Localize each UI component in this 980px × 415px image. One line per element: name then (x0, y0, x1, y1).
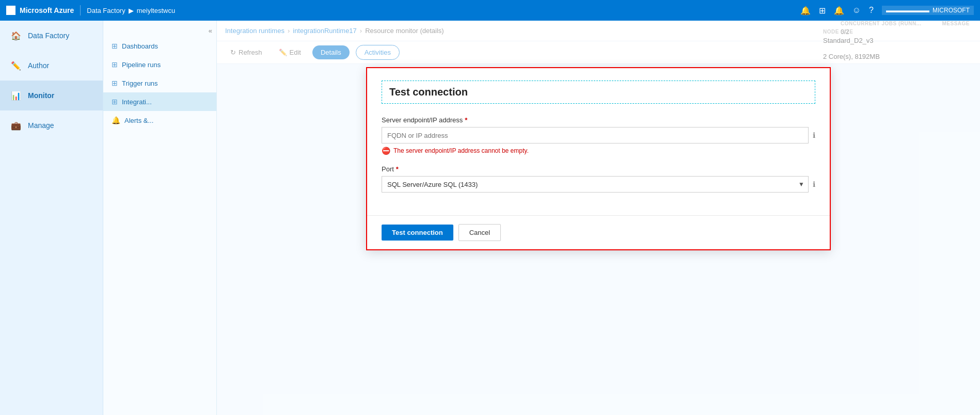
port-info-icon[interactable]: ℹ (813, 180, 815, 188)
port-select-wrapper: SQL Server/Azure SQL (1433) MySQL (3306)… (382, 176, 809, 193)
trigger-icon: ⊞ (112, 79, 118, 87)
dialog-body: Test connection Server endpoint/IP addre… (367, 68, 830, 215)
top-nav: Microsoft Azure Data Factory ▶ meiyltest… (0, 0, 980, 21)
app-breadcrumb: Data Factory ▶ meiyltestwcu (87, 7, 175, 14)
error-text: The server endpoint/IP address cannot be… (393, 147, 529, 154)
test-connection-btn-label: Test connection (392, 229, 443, 236)
sidebar-item-monitor[interactable]: 📊 Monitor (0, 81, 103, 110)
monitor-icon: 📊 (10, 90, 22, 101)
server-endpoint-label: Server endpoint/IP address * (382, 116, 815, 124)
server-endpoint-field-group: Server endpoint/IP address * ℹ ⛔ The ser… (382, 116, 815, 155)
pipeline-icon: ⊞ (112, 60, 118, 69)
azure-logo (6, 6, 15, 15)
dialog-footer: Test connection Cancel (367, 215, 830, 249)
smiley-icon[interactable]: ☺ (852, 6, 861, 15)
sidebar-label-author: Author (28, 61, 49, 70)
port-label: Port * (382, 165, 815, 173)
sec-label-integration: Integrati... (122, 98, 152, 106)
alerts-icon: 🔔 (112, 116, 120, 124)
port-field-group: Port * SQL Server/Azure SQL (1433) MySQL… (382, 165, 815, 193)
sec-label-trigger-runs: Trigger runs (122, 79, 158, 87)
alert-icon[interactable]: 🔔 (834, 6, 844, 15)
cancel-btn-label: Cancel (469, 229, 490, 236)
user-name: ▬▬▬▬▬▬▬ (886, 7, 929, 14)
server-endpoint-info-icon[interactable]: ℹ (813, 131, 815, 139)
server-endpoint-error: ⛔ The server endpoint/IP address cannot … (382, 147, 815, 155)
top-nav-right: 🔔 ⊞ 🔔 ☺ ? ▬▬▬▬▬▬▬ MICROSOFT (800, 6, 974, 15)
server-endpoint-required: * (465, 116, 467, 124)
instance-name: meiyltestwcu (137, 7, 175, 14)
server-endpoint-input[interactable] (382, 127, 809, 143)
collapse-button[interactable]: « (103, 25, 216, 37)
sec-label-alerts: Alerts &... (124, 117, 153, 124)
sidebar-label-monitor: Monitor (28, 91, 54, 100)
port-row: SQL Server/Azure SQL (1433) MySQL (3306)… (382, 176, 815, 193)
sidebar-item-author[interactable]: ✏️ Author (0, 51, 103, 81)
dialog-title-area: Test connection (382, 81, 815, 104)
sec-item-trigger-runs[interactable]: ⊞ Trigger runs (103, 74, 216, 92)
dialog-container: Test connection Server endpoint/IP addre… (366, 67, 831, 250)
sidebar-label-manage: Manage (28, 121, 54, 130)
brand-area: Microsoft Azure (6, 6, 74, 15)
secondary-sidebar: « ⊞ Dashboards ⊞ Pipeline runs ⊞ Trigger… (103, 21, 217, 415)
author-icon: ✏️ (10, 60, 22, 71)
sidebar: 🏠 Data Factory ✏️ Author 📊 Monitor 💼 Man… (0, 21, 103, 415)
content-area: Integration runtimes › integrationRuntim… (217, 21, 980, 415)
brand-name: Microsoft Azure (20, 6, 74, 14)
cancel-button[interactable]: Cancel (459, 224, 501, 241)
user-area[interactable]: ▬▬▬▬▬▬▬ MICROSOFT (882, 6, 974, 15)
server-endpoint-label-text: Server endpoint/IP address (382, 116, 463, 124)
home-icon: 🏠 (10, 30, 22, 41)
port-select[interactable]: SQL Server/Azure SQL (1433) MySQL (3306)… (382, 176, 809, 193)
sec-item-pipeline-runs[interactable]: ⊞ Pipeline runs (103, 55, 216, 74)
help-icon[interactable]: ? (869, 6, 874, 15)
nav-arrow: ▶ (129, 7, 134, 14)
dashboard-icon: ⊞ (112, 42, 118, 50)
integration-icon: ⊞ (112, 98, 118, 106)
dialog-title: Test connection (389, 86, 808, 98)
sidebar-item-data-factory[interactable]: 🏠 Data Factory (0, 21, 103, 51)
port-label-text: Port (382, 165, 394, 173)
test-connection-dialog: Test connection Server endpoint/IP addre… (366, 67, 831, 250)
cloud-icon[interactable]: ⊞ (819, 6, 826, 15)
port-required: * (396, 165, 399, 173)
sidebar-item-manage[interactable]: 💼 Manage (0, 110, 103, 140)
manage-icon: 💼 (10, 120, 22, 131)
test-connection-button[interactable]: Test connection (382, 225, 453, 241)
sidebar-label-data-factory: Data Factory (28, 31, 69, 40)
sec-item-integration-runtimes[interactable]: ⊞ Integrati... (103, 92, 216, 111)
server-endpoint-row: ℹ (382, 127, 815, 143)
app-name: Data Factory (87, 7, 125, 14)
sec-label-pipeline-runs: Pipeline runs (122, 61, 161, 69)
org-name: MICROSOFT (932, 7, 970, 14)
error-circle-icon: ⛔ (382, 147, 390, 155)
notification-icon[interactable]: 🔔 (800, 6, 811, 15)
nav-divider (80, 5, 81, 15)
main-layout: 🏠 Data Factory ✏️ Author 📊 Monitor 💼 Man… (0, 21, 980, 415)
sec-item-dashboards[interactable]: ⊞ Dashboards (103, 37, 216, 55)
sec-label-dashboards: Dashboards (122, 42, 158, 50)
sec-item-alerts[interactable]: 🔔 Alerts &... (103, 111, 216, 130)
